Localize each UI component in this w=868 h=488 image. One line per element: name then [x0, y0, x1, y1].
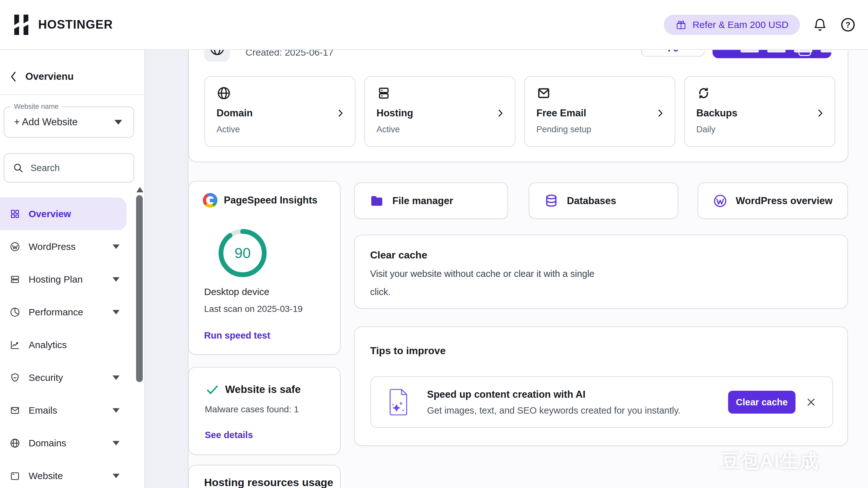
- chart-icon: [9, 339, 20, 350]
- clear-cache-card: Clear cache Visit your website without c…: [354, 235, 848, 309]
- tips-card: Tips to improve Speed up content creatio…: [354, 327, 848, 446]
- website-selector[interactable]: Website name + Add Website: [4, 106, 134, 138]
- ai-tip-subtext: Get images, text, and SEO keywords creat…: [427, 405, 728, 416]
- hostinger-logo-icon: [11, 14, 31, 36]
- gift-icon: [675, 19, 687, 31]
- help-button[interactable]: ?: [840, 17, 856, 33]
- question-icon: ?: [840, 17, 856, 33]
- pagespeed-header: PageSpeed Insights: [203, 193, 318, 208]
- last-scan-label: Last scan on 2025-03-19: [204, 304, 303, 314]
- chevron-down-icon: [113, 277, 120, 282]
- scrollbar-thumb[interactable]: [136, 195, 143, 382]
- brand-name: HOSTINGER: [38, 18, 113, 31]
- folder-icon: [369, 193, 384, 208]
- wordpress-overview-button[interactable]: WordPress overview: [698, 182, 848, 219]
- see-details-link[interactable]: See details: [205, 430, 253, 440]
- safe-title: Website is safe: [225, 384, 301, 395]
- sync-icon: [696, 86, 711, 100]
- clear-cache-text-line2: click.: [370, 287, 832, 297]
- google-icon: [203, 193, 217, 208]
- chevron-right-icon: [496, 109, 504, 118]
- globe-icon: [9, 438, 20, 449]
- pagespeed-gauge: 90: [216, 226, 270, 280]
- refer-earn-button[interactable]: Refer & Eam 200 USD: [664, 14, 800, 35]
- hosting-resources-card: Hosting resources usage: [188, 465, 341, 488]
- file-manager-button[interactable]: File manager: [354, 182, 508, 219]
- chevron-left-icon: [9, 71, 17, 82]
- close-icon[interactable]: [805, 396, 817, 408]
- service-card-row: Domain Active Hosting Active Free Email …: [205, 76, 835, 147]
- mail-icon: [536, 86, 551, 100]
- pagespeed-card: PageSpeed Insights 90 Desktop device Las…: [188, 181, 341, 355]
- server-icon: [376, 86, 391, 100]
- divider: [0, 94, 144, 95]
- browser-icon: [9, 470, 20, 481]
- refer-earn-label: Refer & Eam 200 USD: [692, 20, 788, 30]
- chevron-right-icon: [815, 109, 825, 118]
- header-actions: Refer & Eam 200 USD ?: [664, 14, 856, 35]
- ai-tip-banner: Speed up content creation with AI Get im…: [370, 376, 833, 428]
- pagespeed-score: 90: [216, 226, 270, 280]
- free-email-card[interactable]: Free Email Pending setup: [524, 76, 675, 147]
- sidebar-search[interactable]: [4, 153, 134, 182]
- resources-title: Hosting resources usage: [204, 476, 333, 488]
- sidebar: Overvienu Website name + Add Website Ove…: [0, 50, 145, 488]
- chevron-down-icon: [113, 474, 120, 478]
- database-icon: [544, 193, 559, 208]
- sidebar-item-analytics[interactable]: Analytics: [0, 328, 144, 361]
- ai-tip-heading: Speed up content creation with AI: [427, 389, 728, 400]
- ai-tip-text: Speed up content creation with AI Get im…: [427, 389, 728, 416]
- search-icon: [13, 162, 24, 173]
- device-label: Desktop device: [204, 286, 269, 297]
- clipped-label: [741, 50, 839, 53]
- clear-cache-button[interactable]: Clear cache: [728, 391, 796, 414]
- website-selector-label: Website name: [11, 102, 62, 111]
- sidebar-item-wordpress[interactable]: WordPress: [0, 230, 144, 263]
- chevron-down-icon: [113, 408, 120, 413]
- sidebar-item-performance[interactable]: Performance: [0, 296, 144, 328]
- search-input[interactable]: [31, 163, 120, 173]
- ai-document-sparkles-icon: [388, 388, 410, 417]
- wordpress-icon: [9, 241, 20, 252]
- sidebar-menu: Overview WordPress Hosting Plan: [0, 197, 144, 488]
- grid-icon: [9, 209, 20, 219]
- clear-cache-title: Clear cache: [370, 249, 832, 261]
- chevron-right-icon: [656, 109, 664, 118]
- chevron-down-icon: [113, 441, 120, 446]
- hosting-card[interactable]: Hosting Active: [364, 76, 516, 147]
- bell-icon: [813, 18, 827, 32]
- scrollbar-up-arrow[interactable]: [136, 187, 144, 192]
- sidebar-item-hosting-plan[interactable]: Hosting Plan: [0, 263, 144, 296]
- globe-icon: [217, 86, 231, 100]
- back-to-overview[interactable]: Overvienu: [9, 71, 74, 82]
- server-icon: [9, 274, 20, 285]
- shield-icon: [9, 372, 20, 383]
- sidebar-item-emails[interactable]: Emails: [0, 394, 144, 427]
- backups-card[interactable]: Backups Daily: [684, 76, 835, 147]
- sidebar-item-domains[interactable]: Domains: [0, 427, 144, 459]
- content-gutter: [145, 50, 189, 488]
- chevron-right-icon: [336, 109, 345, 118]
- sidebar-item-overview[interactable]: Overview: [0, 197, 127, 230]
- notifications-button[interactable]: [813, 18, 827, 32]
- wordpress-icon: [713, 193, 727, 208]
- pie-icon: [9, 307, 20, 317]
- sidebar-item-security[interactable]: Security: [0, 361, 144, 394]
- website-safe-card: Website is safe Malware cases found: 1 S…: [188, 367, 341, 455]
- hostinger-hpanel: Created: 2025-06-17 70 Domain Active: [0, 0, 868, 488]
- check-icon: [206, 383, 219, 397]
- top-header: HOSTINGER Refer & Eam 200 USD ?: [0, 0, 868, 50]
- chevron-down-icon: [115, 120, 122, 125]
- malware-cases: Malware cases found: 1: [205, 404, 299, 415]
- sidebar-item-website[interactable]: Website: [0, 459, 144, 488]
- website-selector-value: + Add Website: [14, 116, 78, 128]
- brand: HOSTINGER: [11, 14, 113, 36]
- chevron-down-icon: [113, 310, 120, 314]
- chevron-down-icon: [113, 244, 120, 249]
- tips-title: Tips to improve: [370, 345, 446, 357]
- svg-text:?: ?: [845, 20, 850, 29]
- databases-button[interactable]: Databases: [529, 182, 678, 219]
- mail-icon: [9, 405, 20, 416]
- run-speed-test-link[interactable]: Run speed test: [204, 330, 270, 341]
- domain-card[interactable]: Domain Active: [205, 76, 355, 147]
